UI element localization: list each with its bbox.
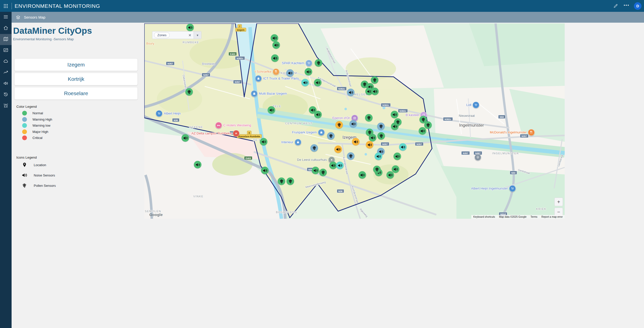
attribution-link[interactable]: Map data ©2025 Google (499, 215, 526, 218)
sidebar-item-trend[interactable] (0, 67, 12, 78)
noise-sensor-marker[interactable] (186, 24, 194, 31)
pollen-sensor-marker[interactable] (287, 177, 294, 185)
cart-poi-icon (509, 185, 516, 192)
map-poi[interactable]: Albert Heijn (156, 110, 181, 117)
tab-label: Sensors Map (24, 15, 45, 19)
noise-sensor-marker[interactable] (305, 68, 312, 76)
pollen-sensor-marker[interactable] (377, 132, 385, 140)
noise-sensor-marker[interactable] (349, 120, 357, 128)
map-area-label: RUMBEKE (183, 41, 199, 44)
noise-sensor-marker[interactable] (371, 88, 379, 95)
color-legend-row: Critical (22, 135, 43, 140)
map-poi[interactable]: Lidl (466, 102, 479, 108)
map-poi[interactable]: ICT Truck & Trailer Parts (255, 75, 299, 82)
zoom-in-button[interactable]: + (554, 198, 563, 206)
pollen-sensor-marker[interactable] (347, 152, 354, 160)
pollen-sensor-marker[interactable] (366, 129, 373, 136)
noise-sensor-marker[interactable] (334, 145, 342, 153)
noise-sensor-marker[interactable] (286, 69, 294, 77)
zone-button-izegem[interactable]: Izegem (14, 58, 138, 71)
noise-sensor-marker[interactable] (314, 111, 322, 118)
alarm-icon (3, 103, 9, 109)
noise-sensor-marker[interactable] (271, 54, 279, 62)
zone-button-kortrijk[interactable]: Kortrijk (14, 73, 138, 85)
poi-label: Multi Bazar Izegem (259, 92, 287, 96)
noise-sensor-marker[interactable] (329, 162, 337, 169)
pollen-sensor-marker[interactable] (371, 76, 378, 84)
noise-sensor-marker[interactable] (314, 79, 321, 86)
pollen-sensor-marker[interactable] (327, 132, 335, 140)
noise-sensor-marker[interactable] (352, 138, 360, 145)
map-poi[interactable]: C-Hotels Westwing (215, 122, 251, 129)
history-icon (3, 92, 9, 98)
noise-sensor-marker[interactable] (182, 134, 189, 142)
pollen-sensor-marker[interactable] (310, 144, 318, 152)
noise-sensor-marker[interactable] (271, 34, 278, 42)
noise-sensor-marker[interactable] (194, 161, 201, 168)
noise-sensor-marker[interactable] (366, 141, 373, 149)
pollen-sensor-marker[interactable] (361, 81, 368, 88)
road-badge: N357 (381, 142, 389, 146)
map-poi[interactable]: 't Schroefke (254, 68, 279, 75)
map-poi[interactable] (475, 154, 481, 161)
noise-sensor-marker[interactable] (261, 167, 269, 174)
noise-sensor-marker[interactable] (347, 89, 354, 96)
noise-sensor-marker[interactable] (393, 153, 401, 160)
sidebar-item-alarm[interactable] (0, 100, 12, 112)
clear-filter-icon[interactable]: ✕ (188, 33, 191, 37)
map-poi[interactable]: SPAR Kachtem (282, 60, 312, 67)
map-poi[interactable]: AZ Delta campus RumbekeH (192, 130, 240, 137)
poi-label: Albert Heijn Ingelmunster (471, 187, 508, 191)
zones-dropdown-toggle[interactable]: ▼ (194, 31, 201, 39)
sidebar-item-chart[interactable] (0, 45, 12, 56)
zone-button-roeselare[interactable]: Roeselare (14, 87, 138, 100)
pollen-sensor-marker[interactable] (394, 118, 402, 126)
noise-sensor-marker[interactable] (399, 143, 407, 151)
noise-sensor-marker[interactable] (312, 167, 319, 174)
map-poi[interactable]: Albert Heijn Ingelmunster (471, 185, 516, 192)
legend-label: Normal (32, 111, 43, 115)
edit-pencil-icon[interactable] (612, 3, 619, 10)
sidebar-item-noise[interactable] (0, 78, 12, 89)
noise-sensor-marker[interactable] (336, 162, 344, 169)
pollen-sensor-marker[interactable] (377, 123, 385, 130)
sensors-map[interactable]: Zones ✕ ▼ RUMBEKEKACHTEMEMELGEMCENTRUM W… (144, 23, 565, 219)
noise-sensor-marker[interactable] (392, 165, 399, 173)
pollen-sensor-marker[interactable] (373, 166, 381, 173)
noise-sensor-marker[interactable] (260, 138, 267, 145)
zones-filter-chip[interactable]: Zones (154, 32, 170, 38)
map-poi[interactable]: Frunpark Izegem (292, 129, 325, 136)
map-poi[interactable]: De Leest cultuurhuis (297, 157, 335, 163)
noise-sensor-marker[interactable] (391, 111, 398, 118)
noise-sensor-marker[interactable] (301, 79, 309, 86)
home-icon (3, 25, 9, 32)
attribution-link[interactable]: Report a map error (542, 215, 563, 218)
sidebar-item-history[interactable] (0, 89, 12, 100)
sidebar-item-menu[interactable] (0, 12, 12, 23)
user-avatar[interactable]: D (634, 2, 641, 10)
map-poi[interactable]: Multi Bazar Izegem (251, 90, 287, 97)
pollen-sensor-marker[interactable] (185, 88, 193, 96)
noise-sensor-marker[interactable] (386, 171, 394, 179)
sidebar-item-map[interactable] (0, 34, 12, 45)
waffle-menu-icon[interactable] (0, 0, 12, 12)
pollen-sensor-marker[interactable] (278, 177, 285, 185)
attribution-link[interactable]: Keyboard shortcuts (473, 215, 495, 218)
noise-sensor-marker[interactable] (359, 171, 366, 179)
waffle-grid-icon (3, 4, 8, 9)
pollen-sensor-marker[interactable] (335, 121, 343, 129)
sidebar-item-home[interactable] (0, 23, 12, 34)
noise-sensor-marker[interactable] (419, 127, 426, 135)
map-poi[interactable]: Interieur (281, 139, 301, 146)
noise-sensor-marker[interactable] (268, 106, 275, 114)
noise-sensor-marker[interactable] (375, 153, 382, 160)
map-poi[interactable]: McDonald's Ingelmunster (490, 129, 535, 136)
attribution-link[interactable]: Terms (530, 215, 537, 218)
noise-sensor-marker[interactable] (272, 41, 280, 49)
pollen-sensor-marker[interactable] (424, 121, 432, 129)
pollen-sensor-marker[interactable] (315, 59, 322, 67)
sidebar-item-cloud[interactable] (0, 56, 12, 67)
pollen-sensor-marker[interactable] (319, 169, 327, 176)
more-options-icon[interactable]: ••• (624, 3, 629, 9)
pollen-sensor-marker[interactable] (365, 114, 373, 122)
